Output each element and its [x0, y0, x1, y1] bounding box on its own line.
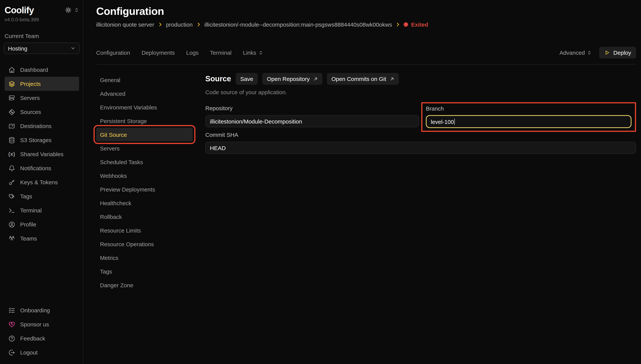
open-repository-button[interactable]: Open Repository — [262, 73, 322, 85]
subnav-item-persistent-storage[interactable]: Persistent Storage — [96, 114, 193, 128]
variable-icon: (x) — [8, 151, 15, 157]
sidebar-spacer — [4, 246, 80, 294]
commit-sha-field: Commit SHA — [205, 131, 636, 154]
configuration-content: General Advanced Environment Variables P… — [96, 64, 636, 292]
tabbar-actions: Advanced Deploy — [559, 47, 636, 58]
subnav-item-healthcheck[interactable]: Healthcheck — [96, 196, 193, 210]
subnav-item-webhooks[interactable]: Webhooks — [96, 169, 193, 182]
advanced-menu[interactable]: Advanced — [559, 50, 591, 56]
sidebar-item-servers[interactable]: Servers — [5, 91, 79, 105]
unfold-vertical-icon[interactable] — [74, 7, 79, 13]
checklist-icon — [8, 307, 15, 314]
subnav-item-git-source[interactable]: Git Source — [96, 128, 193, 141]
chevron-down-icon — [70, 46, 76, 51]
repository-label: Repository — [205, 104, 419, 112]
current-team-label: Current Team — [4, 33, 80, 39]
branch-input[interactable]: level-100 — [426, 115, 631, 128]
subnav-item-rollback[interactable]: Rollback — [96, 210, 193, 224]
subnav-item-metrics[interactable]: Metrics — [96, 251, 193, 264]
sidebar-item-logout[interactable]: Logout — [5, 346, 79, 360]
users-icon — [8, 235, 15, 242]
source-title: Source — [205, 74, 231, 83]
sidebar-item-destinations[interactable]: Destinations — [5, 119, 79, 133]
subnav-item-environment-variables[interactable]: Environment Variables — [96, 100, 193, 114]
git-source-section: Source Save Open Repository Open Commits… — [205, 64, 636, 292]
server-icon — [8, 94, 15, 101]
sidebar-item-feedback[interactable]: Feedback — [5, 331, 79, 346]
sidebar-item-keys-tokens[interactable]: Keys & Tokens — [5, 175, 79, 189]
save-button[interactable]: Save — [236, 73, 258, 85]
team-select-value: Hosting — [8, 45, 27, 52]
breadcrumb: illicitonion quote server production ill… — [96, 21, 636, 28]
sidebar-item-shared-variables[interactable]: (x) Shared Variables — [5, 147, 79, 161]
status-label: Exited — [411, 21, 428, 28]
layers-icon — [8, 80, 15, 87]
app-version: v4.0.0-beta.399 — [4, 17, 80, 22]
sidebar-item-notifications[interactable]: Notifications — [5, 161, 79, 175]
breadcrumb-resource[interactable]: illicitestonion/-module--decomposition:m… — [204, 21, 392, 28]
status-badge: Exited — [404, 21, 428, 28]
brand-row: Coolify — [4, 5, 80, 16]
sidebar-item-profile[interactable]: Profile — [5, 217, 79, 232]
subnav-item-danger-zone[interactable]: Danger Zone — [96, 278, 193, 292]
status-dot-icon — [404, 22, 408, 26]
source-header-row: Source Save Open Repository Open Commits… — [205, 73, 636, 85]
logout-icon — [8, 349, 15, 356]
tab-links[interactable]: Links — [243, 50, 263, 56]
play-icon — [604, 50, 610, 56]
terminal-icon — [8, 207, 15, 214]
repository-input[interactable] — [205, 115, 419, 127]
chevron-right-icon — [158, 22, 163, 27]
theme-switcher[interactable] — [65, 7, 79, 13]
subnav-item-advanced[interactable]: Advanced — [96, 87, 193, 100]
user-circle-icon — [8, 221, 15, 228]
tabbar: Configuration Deployments Logs Terminal … — [96, 47, 636, 64]
sidebar-footer-nav: Onboarding Sponsor us Feedback Logout — [4, 303, 80, 360]
tab-deployments[interactable]: Deployments — [142, 50, 175, 56]
sidebar-item-projects[interactable]: Projects — [5, 77, 79, 91]
sidebar-item-dashboard[interactable]: Dashboard — [5, 63, 79, 77]
subnav-item-resource-limits[interactable]: Resource Limits — [96, 224, 193, 237]
map-icon — [8, 122, 15, 130]
sidebar-item-tags[interactable]: Tags — [5, 189, 79, 203]
unfold-vertical-icon — [259, 50, 263, 55]
subnav-item-general[interactable]: General — [96, 73, 193, 87]
sidebar-item-terminal[interactable]: Terminal — [5, 203, 79, 217]
coolify-app: Coolify v4.0.0-beta.399 Current Team Hos… — [0, 0, 641, 364]
subnav-item-resource-operations[interactable]: Resource Operations — [96, 237, 193, 251]
sidebar-item-teams[interactable]: Teams — [5, 232, 79, 246]
deploy-button[interactable]: Deploy — [599, 47, 636, 58]
sidebar-item-s3-storages[interactable]: S3 Storages — [5, 133, 79, 147]
main-area: Configuration illicitonion quote server … — [84, 0, 641, 364]
subnav-item-preview-deployments[interactable]: Preview Deployments — [96, 182, 193, 196]
unfold-vertical-icon — [587, 50, 592, 55]
subnav-item-scheduled-tasks[interactable]: Scheduled Tasks — [96, 155, 193, 169]
page-title: Configuration — [96, 5, 636, 18]
branch-label: Branch — [426, 105, 631, 112]
subnav-item-servers[interactable]: Servers — [96, 141, 193, 155]
sidebar-item-onboarding[interactable]: Onboarding — [5, 303, 79, 317]
tags-icon — [8, 193, 15, 200]
tab-logs[interactable]: Logs — [186, 50, 199, 56]
sidebar-nav: Dashboard Projects Servers Sources — [4, 63, 80, 246]
chevron-right-icon — [395, 22, 400, 27]
commit-sha-input[interactable] — [205, 142, 636, 154]
subnav-item-tags[interactable]: Tags — [96, 264, 193, 278]
arrow-up-right-icon — [313, 76, 318, 81]
sidebar-item-sources[interactable]: Sources — [5, 105, 79, 119]
database-icon — [8, 136, 15, 144]
tab-configuration[interactable]: Configuration — [96, 50, 130, 56]
team-select[interactable]: Hosting — [4, 42, 80, 54]
git-source-icon — [8, 108, 15, 115]
help-circle-icon — [8, 335, 15, 342]
commit-sha-label: Commit SHA — [205, 131, 636, 139]
open-commits-button[interactable]: Open Commits on Git — [327, 73, 399, 85]
sun-icon[interactable] — [65, 7, 72, 13]
app-logo: Coolify — [5, 5, 34, 16]
breadcrumb-project[interactable]: illicitonion quote server — [96, 21, 154, 28]
tab-terminal[interactable]: Terminal — [210, 50, 232, 56]
breadcrumb-environment[interactable]: production — [166, 21, 193, 28]
sidebar-item-sponsor[interactable]: Sponsor us — [5, 317, 79, 331]
source-description: Code source of your application. — [205, 89, 636, 95]
bell-icon — [8, 165, 15, 172]
